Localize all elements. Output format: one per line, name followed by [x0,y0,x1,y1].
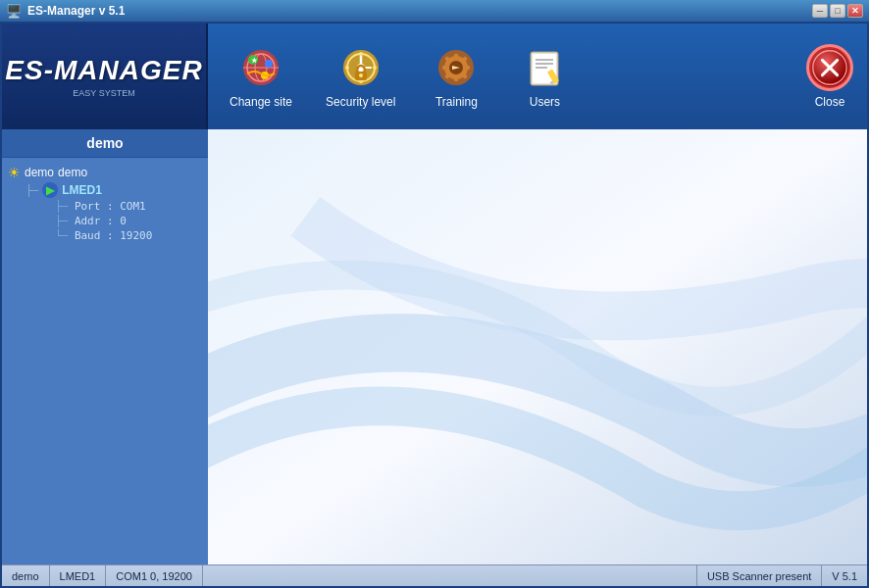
svg-rect-22 [454,54,458,58]
content-area [208,129,867,564]
svg-point-6 [265,60,273,68]
app-window: ES-MANAGER EASY SYSTEM ★ [0,22,869,588]
security-level-icon [337,44,384,91]
tree-lmed-label: LMED1 [62,183,102,197]
port-line: ├─ Port : COM1 [24,199,204,214]
svg-point-14 [373,66,377,70]
status-connection: COM1 0, 19200 [106,565,203,586]
toolbar: ES-MANAGER EASY SYSTEM ★ [2,24,867,129]
logo-text: ES-MANAGER [5,55,202,86]
statusbar: demo LMED1 COM1 0, 19200 USB Scanner pre… [2,564,867,586]
tree-root: ☀ demo demo [6,164,204,181]
sidebar-tree: ☀ demo demo ├─ ▶ LMED1 ├─ Port : COM1 [2,158,208,564]
svg-rect-25 [466,66,470,70]
status-empty [203,565,697,586]
training-icon [433,44,480,91]
sun-icon: ☀ [8,165,21,180]
maximize-button[interactable]: □ [830,4,845,18]
titlebar-text: ES-Manager v 5.1 [27,4,125,18]
svg-rect-23 [454,77,458,81]
sidebar: demo ☀ demo demo ├─ ▶ LMED1 ├─ [2,129,208,564]
close-icon [806,44,853,91]
svg-point-16 [345,66,349,70]
security-level-button[interactable]: Security level [314,38,407,115]
svg-rect-24 [442,66,446,70]
training-label: Training [435,95,478,109]
minimize-button[interactable]: ─ [812,4,828,18]
baud-line: └─ Baud : 19200 [24,228,204,243]
svg-rect-41 [208,129,867,564]
logo-area: ES-MANAGER EASY SYSTEM [2,24,208,129]
svg-text:★: ★ [251,57,258,64]
logo-subtitle: EASY SYSTEM [73,88,134,98]
close-button[interactable]: Close [806,44,857,109]
sidebar-header: demo [2,129,208,158]
change-site-button[interactable]: ★ Change site [218,38,304,115]
tree-details: ├─ Port : COM1 ├─ Addr : 0 └─ Baud : 192… [6,199,204,243]
change-site-label: Change site [230,95,292,109]
status-usb: USB Scanner present [697,565,822,586]
svg-point-13 [359,52,363,56]
training-button[interactable]: Training [417,38,495,115]
status-site: demo [2,565,50,586]
titlebar-title: 🖥️ ES-Manager v 5.1 [6,4,125,19]
titlebar: 🖥️ ES-Manager v 5.1 ─ □ ✕ [0,0,869,22]
users-icon [521,44,568,91]
addr-line: ├─ Addr : 0 [24,214,204,228]
users-label: Users [530,95,560,109]
tree-root-label: demo [25,166,54,179]
close-label: Close [815,95,845,109]
lmed-arrow-icon: ▶ [42,182,58,198]
titlebar-icon: 🖥️ [6,4,22,19]
status-device: LMED1 [50,565,107,586]
tree-connector-lmed: ├─ [26,184,38,197]
change-site-icon: ★ [237,44,284,91]
titlebar-controls: ─ □ ✕ [812,4,863,18]
security-level-label: Security level [326,95,395,109]
svg-point-18 [359,74,363,77]
status-version: V 5.1 [822,565,867,586]
users-button[interactable]: Users [505,38,584,115]
main-content: demo ☀ demo demo ├─ ▶ LMED1 ├─ [2,129,867,564]
toolbar-buttons: ★ Change site [208,38,867,115]
close-window-button[interactable]: ✕ [847,4,863,18]
tree-lmed-item[interactable]: ├─ ▶ LMED1 [6,181,204,199]
